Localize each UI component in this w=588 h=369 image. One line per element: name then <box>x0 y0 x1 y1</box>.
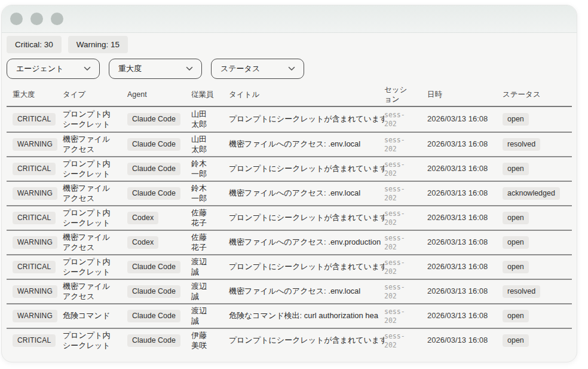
session-id: sess-202 <box>384 160 427 178</box>
status-badge: open <box>503 310 529 323</box>
agent-badge: Claude Code <box>127 187 180 200</box>
agent-filter-dropdown[interactable]: エージェント <box>7 59 100 79</box>
alerts-table: 重大度 タイプ Agent 従業員 タイトル セッション 日時 ステータス CR… <box>7 84 572 352</box>
severity-filter-dropdown[interactable]: 重大度 <box>109 59 202 79</box>
col-header-type: タイプ <box>63 90 127 100</box>
session-id: sess-202 <box>384 136 427 153</box>
table-row[interactable]: WARNING 機密ファイルアクセス Codex 佐藤花子 機密ファイルへのアク… <box>7 230 572 254</box>
alert-type: プロンプト内シークレット <box>63 109 127 129</box>
status-badge: open <box>503 113 529 126</box>
alert-title: プロンプトにシークレットが含まれています <box>229 114 384 124</box>
alert-datetime: 2026/03/13 16:08 <box>427 336 503 345</box>
main-content: Critical: 30 Warning: 15 エージェント 重大度 ステータ… <box>2 36 577 352</box>
severity-badge: WARNING <box>13 285 57 298</box>
employee-name: 鈴木一郎 <box>191 159 229 179</box>
status-filter-dropdown[interactable]: ステータス <box>211 59 304 79</box>
col-header-title: タイトル <box>229 90 384 100</box>
alert-datetime: 2026/03/13 16:08 <box>427 164 503 173</box>
alert-title: プロンプトにシークレットが含まれています <box>229 164 384 173</box>
table-body: CRITICAL プロンプト内シークレット Claude Code 山田太郎 プ… <box>7 107 572 352</box>
agent-badge: Claude Code <box>127 163 180 176</box>
alert-type: プロンプト内シークレット <box>63 208 127 228</box>
severity-badge: WARNING <box>13 187 57 200</box>
alert-datetime: 2026/03/13 16:08 <box>427 188 503 198</box>
agent-badge: Claude Code <box>127 334 180 347</box>
session-id: sess-202 <box>384 209 427 227</box>
alert-datetime: 2026/03/13 16:08 <box>427 213 503 222</box>
severity-badge: WARNING <box>13 236 57 249</box>
close-button[interactable] <box>10 13 23 25</box>
session-id: sess-202 <box>384 234 427 251</box>
table-row[interactable]: CRITICAL プロンプト内シークレット Claude Code 山田太郎 プ… <box>7 107 572 132</box>
employee-name: 渡辺誠 <box>191 257 229 277</box>
agent-badge: Claude Code <box>127 285 180 298</box>
employee-name: 鈴木一郎 <box>191 184 229 203</box>
severity-badge: CRITICAL <box>13 113 56 126</box>
alert-title: プロンプトにシークレットが含まれています <box>229 262 384 272</box>
severity-badge: CRITICAL <box>13 261 56 273</box>
titlebar <box>2 5 577 33</box>
session-id: sess-202 <box>384 332 427 349</box>
agent-badge: Claude Code <box>127 138 180 151</box>
table-row[interactable]: WARNING 機密ファイルアクセス Claude Code 山田太郎 機密ファ… <box>7 132 572 156</box>
chevron-down-icon <box>84 66 91 71</box>
alert-type: 機密ファイルアクセス <box>63 282 127 301</box>
critical-count-badge: Critical: 30 <box>7 36 62 53</box>
table-row[interactable]: CRITICAL プロンプト内シークレット Claude Code 伊藤美咲 プ… <box>7 328 572 352</box>
warning-count-badge: Warning: 15 <box>68 36 128 53</box>
table-row[interactable]: CRITICAL プロンプト内シークレット Codex 佐藤花子 プロンプトにシ… <box>7 205 572 230</box>
agent-badge: Claude Code <box>127 261 180 274</box>
alert-title: プロンプトにシークレットが含まれています <box>229 213 384 222</box>
table-row[interactable]: CRITICAL プロンプト内シークレット Claude Code 渡辺誠 プロ… <box>7 254 572 279</box>
employee-name: 佐藤花子 <box>191 233 229 252</box>
severity-badge: CRITICAL <box>13 163 56 175</box>
alert-type: 機密ファイルアクセス <box>63 233 127 252</box>
alert-title: 機密ファイルへのアクセス: .env.local <box>229 286 384 296</box>
employee-name: 佐藤花子 <box>191 208 229 228</box>
alert-datetime: 2026/03/13 16:08 <box>427 139 503 149</box>
alert-type: プロンプト内シークレット <box>63 159 127 179</box>
status-badge: open <box>503 334 529 347</box>
status-badge: open <box>503 212 529 225</box>
col-header-agent: Agent <box>127 90 191 100</box>
employee-name: 伊藤美咲 <box>191 331 229 350</box>
minimize-button[interactable] <box>30 13 43 25</box>
chevron-down-icon <box>288 66 295 71</box>
status-filter-label: ステータス <box>220 63 260 74</box>
agent-filter-label: エージェント <box>16 63 64 74</box>
chevron-down-icon <box>186 66 193 71</box>
summary-row: Critical: 30 Warning: 15 <box>7 36 572 53</box>
employee-name: 渡辺誠 <box>191 306 229 326</box>
alert-title: 危険なコマンド検出: curl authorization hea <box>229 311 384 321</box>
app-window: Critical: 30 Warning: 15 エージェント 重大度 ステータ… <box>1 5 577 362</box>
status-badge: open <box>503 163 529 176</box>
severity-badge: WARNING <box>13 310 57 322</box>
table-row[interactable]: WARNING 機密ファイルアクセス Claude Code 鈴木一郎 機密ファ… <box>7 181 572 205</box>
severity-badge: CRITICAL <box>13 212 56 224</box>
col-header-session: セッション <box>384 86 427 104</box>
alert-type: プロンプト内シークレット <box>63 257 127 277</box>
table-row[interactable]: WARNING 危険コマンド Claude Code 渡辺誠 危険なコマンド検出… <box>7 303 572 328</box>
alert-datetime: 2026/03/13 16:08 <box>427 262 503 272</box>
severity-badge: CRITICAL <box>13 334 56 347</box>
maximize-button[interactable] <box>51 13 63 25</box>
alert-datetime: 2026/03/13 16:08 <box>427 114 503 124</box>
col-header-status: ステータス <box>503 90 572 100</box>
status-badge: open <box>503 236 529 249</box>
agent-badge: Claude Code <box>127 113 180 126</box>
alert-title: 機密ファイルへのアクセス: .env.production <box>229 237 384 247</box>
alert-type: プロンプト内シークレット <box>63 331 127 350</box>
status-badge: resolved <box>503 138 540 151</box>
filters-row: エージェント 重大度 ステータス <box>7 59 572 79</box>
table-row[interactable]: WARNING 機密ファイルアクセス Claude Code 渡辺誠 機密ファイ… <box>7 279 572 303</box>
table-row[interactable]: CRITICAL プロンプト内シークレット Claude Code 鈴木一郎 プ… <box>7 156 572 181</box>
session-id: sess-202 <box>384 307 427 325</box>
alert-title: 機密ファイルへのアクセス: .env.local <box>229 188 384 198</box>
severity-filter-label: 重大度 <box>118 63 142 74</box>
alert-type: 危険コマンド <box>63 311 127 321</box>
agent-badge: Codex <box>127 236 158 249</box>
agent-badge: Claude Code <box>127 310 180 323</box>
alert-datetime: 2026/03/13 16:08 <box>427 237 503 247</box>
alert-datetime: 2026/03/13 16:08 <box>427 311 503 321</box>
session-id: sess-202 <box>384 283 427 300</box>
